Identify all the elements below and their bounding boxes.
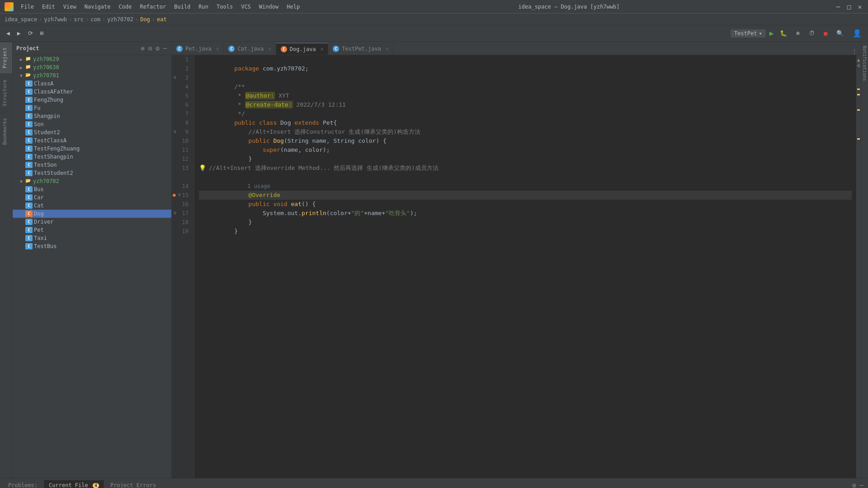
run-button[interactable]: ▶ xyxy=(769,29,774,38)
stop-button[interactable]: ■ xyxy=(821,29,830,38)
menu-edit[interactable]: Edit xyxy=(38,2,59,11)
panel-settings-icon[interactable]: ⚙ xyxy=(851,481,857,488)
code-line-4: * @author: XYT xyxy=(199,82,852,91)
current-file-label: Current File xyxy=(49,482,88,488)
fold-icon-15[interactable]: ▽ xyxy=(178,191,181,200)
tree-item-Dog[interactable]: C Dog xyxy=(13,210,171,218)
tab-close-cat[interactable]: ✕ xyxy=(268,46,271,52)
menu-file[interactable]: File xyxy=(17,2,38,11)
breadcrumb-sep-2: › xyxy=(85,16,89,23)
tab-testpet-java[interactable]: C TestPet.java ✕ xyxy=(328,43,393,55)
tree-item-TestStudent2[interactable]: C TestStudent2 xyxy=(13,169,171,177)
toolbar-fwd-btn[interactable]: ▶ xyxy=(14,29,24,38)
breadcrumb-item-3[interactable]: com xyxy=(90,16,100,23)
menu-help[interactable]: Help xyxy=(283,2,303,11)
user-icon[interactable]: 👤 xyxy=(850,28,864,38)
tree-item-Cat[interactable]: C Cat xyxy=(13,202,171,210)
breadcrumb-item-5[interactable]: Dog xyxy=(140,16,150,23)
tree-item-yzh70629[interactable]: ▶ 📁 yzh70629 xyxy=(13,55,171,63)
tree-item-Driver[interactable]: C Driver xyxy=(13,218,171,226)
tab-project-errors[interactable]: Project Errors xyxy=(106,480,160,488)
fold-icon-17[interactable]: ▽ xyxy=(174,209,176,218)
tree-item-TestClassA[interactable]: C TestClassA xyxy=(13,136,171,145)
tree-item-ClassA[interactable]: C ClassA xyxy=(13,80,171,88)
arrow-icon: ▼ xyxy=(18,179,24,184)
tree-item-yzh70630[interactable]: ▶ 📁 yzh70630 xyxy=(13,63,171,71)
tree-item-TestBus[interactable]: C TestBus xyxy=(13,242,171,250)
line-13: 13 xyxy=(172,164,190,173)
panel-add-btn[interactable]: ⊕ xyxy=(140,44,145,53)
tree-item-Shangpin[interactable]: C Shangpin xyxy=(13,112,171,120)
notifications-label[interactable]: Notifications xyxy=(862,44,867,83)
debug-button[interactable]: 🐛 xyxy=(777,29,790,38)
tab-pet-java[interactable]: C Pet.java ✕ xyxy=(172,43,224,55)
tab-cat-java[interactable]: C Cat.java ✕ xyxy=(224,43,276,55)
toolbar-sync-btn[interactable]: ⟳ xyxy=(25,29,36,38)
fold-icon-3[interactable]: ▽ xyxy=(174,73,176,82)
menu-window[interactable]: Window xyxy=(255,2,282,11)
tab-current-file[interactable]: Current File 4 xyxy=(44,480,104,488)
tree-item-ClassAFather[interactable]: C ClassAFather xyxy=(13,88,171,96)
menu-navigate[interactable]: Navigate xyxy=(81,2,114,11)
breadcrumb: idea_space › yzh7wwb › src › com › yzh70… xyxy=(0,14,868,25)
fold-icon-9[interactable]: ▽ xyxy=(174,127,176,136)
tree-item-Bus[interactable]: C Bus xyxy=(13,185,171,193)
class-icon: C xyxy=(25,235,33,241)
arrow-icon: ▼ xyxy=(18,73,24,78)
sidebar-tab-project[interactable]: Project xyxy=(0,42,12,74)
breadcrumb-item-0[interactable]: idea_space xyxy=(5,16,37,23)
panel-close-btn[interactable]: ─ xyxy=(162,44,168,53)
code-content[interactable]: package com.yzh70702; /** * @author: XYT… xyxy=(194,55,856,478)
close-button[interactable]: ✕ xyxy=(856,3,863,10)
run-config-dropdown[interactable]: ▾ xyxy=(759,30,762,37)
tab-dog-java[interactable]: C Dog.java ✕ xyxy=(276,43,328,55)
breadcrumb-item-4[interactable]: yzh70702 xyxy=(107,16,133,23)
panel-collapse-btn[interactable]: ⊟ xyxy=(147,44,153,53)
menu-vcs[interactable]: VCS xyxy=(237,2,255,11)
tab-close-pet[interactable]: ✕ xyxy=(216,46,219,52)
class-icon: C xyxy=(25,170,33,176)
line-9: ▽ 9 xyxy=(172,127,190,136)
breadcrumb-item-2[interactable]: src xyxy=(74,16,84,23)
menu-code[interactable]: Code xyxy=(115,2,136,11)
class-icon: C xyxy=(25,194,33,201)
tab-close-testpet[interactable]: ✕ xyxy=(386,46,389,52)
run-config-label: TestPet xyxy=(734,30,757,37)
breadcrumb-item-6[interactable]: eat xyxy=(157,16,167,23)
tree-item-Car[interactable]: C Car xyxy=(13,193,171,202)
panel-settings-btn[interactable]: ⚙ xyxy=(155,44,160,53)
sidebar-tab-structure[interactable]: Structure xyxy=(0,74,12,112)
profile-button[interactable]: ⏱ xyxy=(806,29,817,38)
editor-scrollbar[interactable]: ▲ 4 xyxy=(856,55,861,478)
search-everywhere-btn[interactable]: 🔍 xyxy=(834,29,846,38)
run-configuration[interactable]: TestPet ▾ xyxy=(731,29,766,38)
sidebar-tab-bookmarks[interactable]: Bookmarks xyxy=(0,112,12,150)
tree-item-TestShangpin[interactable]: C TestShangpin xyxy=(13,153,171,161)
menu-refactor[interactable]: Refactor xyxy=(136,2,170,11)
tree-item-Son[interactable]: C Son xyxy=(13,120,171,128)
toolbar-expand-btn[interactable]: ⊞ xyxy=(38,29,47,38)
tree-item-TestFengZhuang[interactable]: C TestFengZhuang xyxy=(13,145,171,153)
menu-build[interactable]: Build xyxy=(170,2,194,11)
tab-overflow-menu[interactable]: ⋮ xyxy=(848,48,861,55)
menu-tools[interactable]: Tools xyxy=(213,2,236,11)
tree-item-Taxi[interactable]: C Taxi xyxy=(13,234,171,242)
minimize-button[interactable]: ─ xyxy=(835,3,842,10)
breadcrumb-item-1[interactable]: yzh7wwb xyxy=(44,16,67,23)
tab-close-dog[interactable]: ✕ xyxy=(321,46,324,52)
tab-problems-label[interactable]: Problems: xyxy=(4,480,42,488)
menu-view[interactable]: View xyxy=(60,2,80,11)
tree-item-FengZhung[interactable]: C FengZhung xyxy=(13,96,171,104)
tree-item-TestSon[interactable]: C TestSon xyxy=(13,161,171,169)
panel-minimize-icon[interactable]: ─ xyxy=(859,481,864,488)
editor-area: C Pet.java ✕ C Cat.java ✕ C Dog.java ✕ C… xyxy=(172,42,861,478)
toolbar-back-btn[interactable]: ◀ xyxy=(4,29,13,38)
tree-item-Pet[interactable]: C Pet xyxy=(13,226,171,234)
tree-item-yzh70701[interactable]: ▼ 📂 yzh70701 xyxy=(13,71,171,80)
maximize-button[interactable]: □ xyxy=(845,3,853,10)
tree-item-yzh70702[interactable]: ▼ 📂 yzh70702 xyxy=(13,177,171,185)
tree-item-Fu[interactable]: C Fu xyxy=(13,104,171,112)
menu-run[interactable]: Run xyxy=(195,2,212,11)
tree-item-Student2[interactable]: C Student2 xyxy=(13,128,171,136)
coverage-button[interactable]: ⊕ xyxy=(793,29,802,38)
